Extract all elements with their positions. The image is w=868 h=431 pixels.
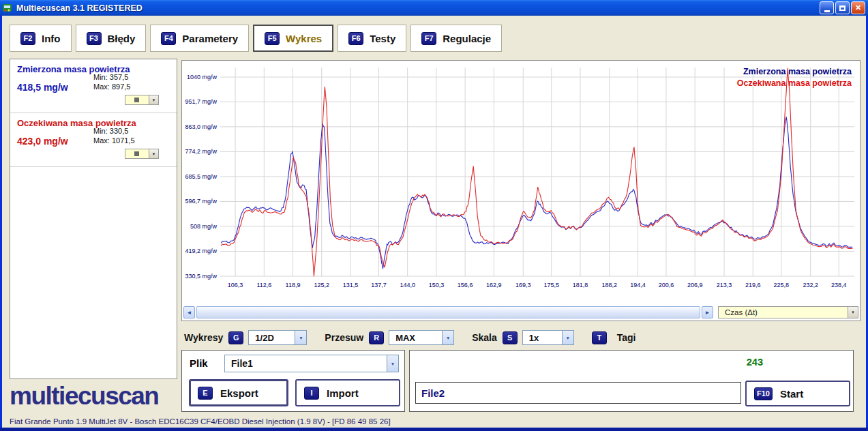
close-button[interactable]: ✕ [851, 1, 865, 14]
time-axis-selector[interactable]: Czas (Δt) ▼ [718, 306, 858, 318]
file-select-value: File1 [225, 355, 387, 372]
svg-text:330,5 mg/w: 330,5 mg/w [185, 273, 217, 280]
chevron-down-icon[interactable]: ▼ [295, 331, 306, 344]
svg-text:508 mg/w: 508 mg/w [190, 223, 218, 230]
hotkey-badge-e: E [198, 387, 213, 400]
svg-text:1040 mg/w: 1040 mg/w [187, 74, 218, 80]
chevron-down-icon[interactable]: ▼ [149, 149, 158, 158]
svg-text:131,5: 131,5 [343, 282, 359, 288]
svg-text:175,5: 175,5 [544, 282, 560, 288]
chevron-down-icon[interactable]: ▼ [848, 307, 858, 318]
tab-label: Wykres [286, 33, 322, 44]
param-max: Max: 1071,5 [93, 136, 135, 145]
fkey-badge: F7 [421, 32, 436, 45]
svg-text:194,4: 194,4 [630, 282, 646, 288]
chevron-down-icon[interactable]: ▼ [442, 331, 453, 344]
export-button-label: Eksport [220, 387, 258, 399]
chart-scrollbar: ◄ ► Czas (Δt) ▼ [183, 306, 858, 318]
parameters-panel: Zmierzona masa powietrza 418,5 mg/w Min:… [10, 59, 177, 379]
svg-text:188,2: 188,2 [602, 282, 618, 288]
svg-text:150,3: 150,3 [429, 282, 445, 288]
start-button[interactable]: F10 Start [745, 381, 850, 406]
param-min: Min: 330,5 [93, 127, 128, 135]
chevron-down-icon[interactable]: ▼ [562, 331, 573, 344]
title-bar[interactable]: Multiecuscan 3.1 REGISTERED ✕ [0, 0, 868, 16]
svg-text:162,9: 162,9 [486, 282, 502, 288]
slider-thumb[interactable] [134, 151, 139, 156]
svg-text:137,7: 137,7 [371, 282, 387, 288]
legend-item-expected: Oczekiwana masa powietrza [737, 78, 852, 89]
record-panel: 243 F10 Start [409, 350, 854, 412]
slider-track[interactable] [125, 95, 149, 104]
tab-label: Testy [370, 33, 395, 44]
maximize-icon [839, 5, 845, 11]
tab-bar: F2 Info F3 Błędy F4 Parametery F5 Wykres… [10, 25, 502, 52]
hotkey-badge-r: R [369, 331, 384, 344]
param-min: Min: 357,5 [93, 73, 128, 81]
scrollbar-track[interactable] [196, 306, 700, 318]
svg-text:774,2 mg/w: 774,2 mg/w [185, 148, 217, 155]
import-button-label: Import [327, 387, 359, 399]
svg-text:863,0 mg/w: 863,0 mg/w [185, 123, 217, 130]
hotkey-badge-g: G [228, 331, 243, 344]
fkey-badge: F5 [265, 32, 280, 45]
tab-parametery[interactable]: F4 Parametery [150, 25, 249, 52]
svg-text:213,3: 213,3 [717, 282, 732, 288]
tab-wykres[interactable]: F5 Wykres [253, 25, 333, 52]
svg-text:596,7 mg/w: 596,7 mg/w [185, 198, 217, 205]
import-button[interactable]: I Import [295, 379, 400, 406]
chevron-down-icon[interactable]: ▼ [387, 355, 398, 372]
svg-text:169,3: 169,3 [515, 282, 531, 288]
param-block-measured: Zmierzona masa powietrza 418,5 mg/w Min:… [10, 59, 177, 113]
param-range-selector[interactable]: ▼ [125, 95, 159, 105]
minimize-button[interactable] [820, 1, 834, 14]
start-button-label: Start [780, 388, 803, 400]
param-range-selector[interactable]: ▼ [125, 149, 159, 159]
scroll-right-arrow-icon[interactable]: ► [702, 306, 713, 318]
svg-text:156,6: 156,6 [458, 282, 473, 288]
filename-input[interactable] [415, 382, 741, 404]
graphs-select[interactable]: 1/2D ▼ [248, 330, 307, 345]
scroll-left-arrow-icon[interactable]: ◄ [183, 306, 195, 318]
svg-text:238,4: 238,4 [831, 282, 847, 288]
window-border-left [0, 16, 2, 431]
svg-text:219,6: 219,6 [745, 282, 761, 288]
chart-panel: 1040 mg/w951,7 mg/w863,0 mg/w774,2 mg/w6… [181, 60, 860, 321]
chevron-down-icon[interactable]: ▼ [149, 95, 158, 104]
scale-label: Skala [472, 332, 497, 343]
fkey-badge: F6 [348, 32, 363, 45]
plik-label: Plik [190, 357, 208, 369]
legend-item-measured: Zmierzona masa powietrza [737, 66, 852, 78]
time-axis-label: Czas (Δt) [719, 307, 848, 318]
param-block-expected: Oczekiwana masa powietrza 423,0 mg/w Min… [10, 113, 177, 167]
tab-info[interactable]: F2 Info [10, 25, 72, 52]
file-panel: Plik File1 ▼ E Eksport I Import [181, 350, 405, 412]
chart-plot[interactable]: 1040 mg/w951,7 mg/w863,0 mg/w774,2 mg/w6… [182, 62, 860, 305]
chart-controls: Wykresy G 1/2D ▼ Przesuw R MAX ▼ Skala S… [184, 329, 642, 346]
export-button[interactable]: E Eksport [189, 379, 288, 406]
scale-select[interactable]: 1x ▼ [522, 330, 574, 345]
file-select[interactable]: File1 ▼ [224, 355, 399, 372]
close-icon: ✕ [855, 3, 861, 12]
maximize-button[interactable] [835, 1, 850, 14]
svg-text:118,9: 118,9 [286, 282, 301, 288]
tab-regulacje[interactable]: F7 Regulacje [410, 25, 502, 52]
tab-label: Regulacje [443, 33, 491, 44]
tags-label: Tagi [617, 332, 636, 343]
svg-text:206,9: 206,9 [687, 282, 703, 288]
svg-text:125,2: 125,2 [314, 282, 329, 288]
slider-thumb[interactable] [134, 98, 139, 102]
pan-select[interactable]: MAX ▼ [389, 330, 454, 345]
svg-text:144,0: 144,0 [400, 282, 415, 288]
tab-label: Błędy [108, 33, 136, 44]
tab-bledy[interactable]: F3 Błędy [76, 25, 147, 52]
scrollbar-thumb[interactable] [196, 306, 700, 318]
svg-text:419,2 mg/w: 419,2 mg/w [185, 248, 217, 254]
hotkey-badge-s: S [503, 331, 518, 344]
chart-legend: Zmierzona masa powietrza Oczekiwana masa… [737, 66, 852, 89]
app-logo: multiecuscan [10, 382, 158, 411]
graphs-select-value: 1/2D [249, 331, 295, 344]
slider-track[interactable] [125, 149, 149, 158]
tab-testy[interactable]: F6 Testy [338, 25, 406, 52]
svg-text:951,7 mg/w: 951,7 mg/w [185, 98, 217, 105]
